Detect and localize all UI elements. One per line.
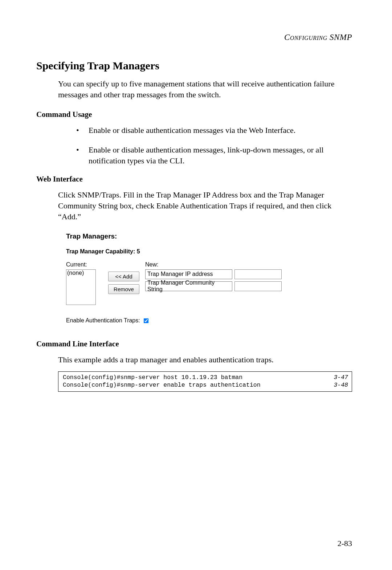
trap-managers-title: Trap Managers: bbox=[66, 232, 335, 240]
cli-intro: This example adds a trap manager and ena… bbox=[58, 354, 348, 365]
page-number: 2-83 bbox=[338, 539, 352, 548]
command-usage-item: Enable or disable authentication message… bbox=[76, 144, 348, 166]
cli-heading: Command Line Interface bbox=[36, 339, 356, 349]
remove-button[interactable]: Remove bbox=[108, 284, 139, 294]
cli-line: Console(config)#snmp-server host 10.1.19… bbox=[63, 374, 348, 382]
community-string-input[interactable] bbox=[234, 281, 282, 291]
section-title: Specifying Trap Managers bbox=[36, 60, 356, 72]
cli-line: Console(config)#snmp-server enable traps… bbox=[63, 382, 348, 389]
cli-example-box: Console(config)#snmp-server host 10.1.19… bbox=[58, 371, 352, 392]
current-label: Current: bbox=[66, 261, 102, 268]
running-header: Configuring SNMP bbox=[36, 33, 352, 42]
current-list-item: (none) bbox=[67, 270, 84, 276]
cli-reference: 3-47 bbox=[327, 374, 348, 382]
command-usage-list: Enable or disable authentication message… bbox=[36, 125, 356, 166]
running-header-text: Configuring SNMP bbox=[284, 33, 352, 42]
ip-address-label: Trap Manager IP address bbox=[145, 269, 232, 279]
trap-managers-panel: Trap Managers: Trap Manager Capability: … bbox=[66, 232, 335, 305]
web-interface-body: Click SNMP/Traps. Fill in the Trap Manag… bbox=[58, 190, 348, 222]
web-interface-heading: Web Interface bbox=[36, 175, 356, 184]
auth-traps-row: Enable Authentication Traps: bbox=[66, 317, 356, 324]
command-usage-item: Enable or disable authentication message… bbox=[76, 125, 348, 136]
new-label: New: bbox=[145, 261, 335, 268]
community-string-label: Trap Manager Community String bbox=[145, 281, 232, 291]
add-button[interactable]: << Add bbox=[108, 272, 139, 281]
cli-command: Console(config)#snmp-server host 10.1.19… bbox=[63, 374, 242, 382]
current-listbox[interactable]: (none) bbox=[66, 269, 96, 305]
auth-traps-label: Enable Authentication Traps: bbox=[66, 317, 140, 324]
cli-reference: 3-48 bbox=[327, 382, 348, 389]
ip-address-input[interactable] bbox=[234, 269, 282, 279]
auth-traps-checkbox[interactable] bbox=[143, 318, 148, 323]
cli-command: Console(config)#snmp-server enable traps… bbox=[63, 382, 261, 389]
section-intro: You can specify up to five management st… bbox=[58, 78, 348, 100]
trap-capability-label: Trap Manager Capability: 5 bbox=[66, 248, 335, 255]
command-usage-heading: Command Usage bbox=[36, 110, 356, 119]
